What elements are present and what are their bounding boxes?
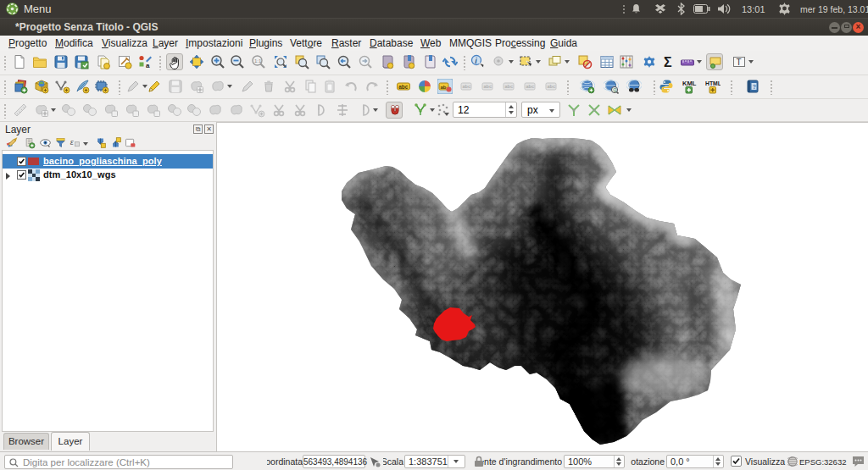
- svg-text:T: T: [737, 58, 742, 67]
- svg-text:KML: KML: [682, 80, 697, 87]
- svg-text:abc: abc: [548, 84, 555, 89]
- svg-text:Σ: Σ: [664, 55, 672, 69]
- svg-text:abc: abc: [463, 84, 470, 89]
- svg-text:1:1: 1:1: [254, 58, 262, 64]
- svg-text:ε: ε: [70, 138, 75, 147]
- svg-text:a: a: [146, 62, 150, 69]
- svg-text:abc: abc: [505, 84, 513, 89]
- svg-text:?: ?: [753, 84, 756, 90]
- svg-text:abc: abc: [398, 84, 409, 90]
- svg-text:ab: ab: [441, 85, 447, 90]
- svg-text:HTML: HTML: [705, 80, 721, 86]
- svg-text:abc: abc: [484, 84, 492, 89]
- svg-text:Q: Q: [614, 87, 617, 92]
- svg-text:abc: abc: [526, 84, 534, 89]
